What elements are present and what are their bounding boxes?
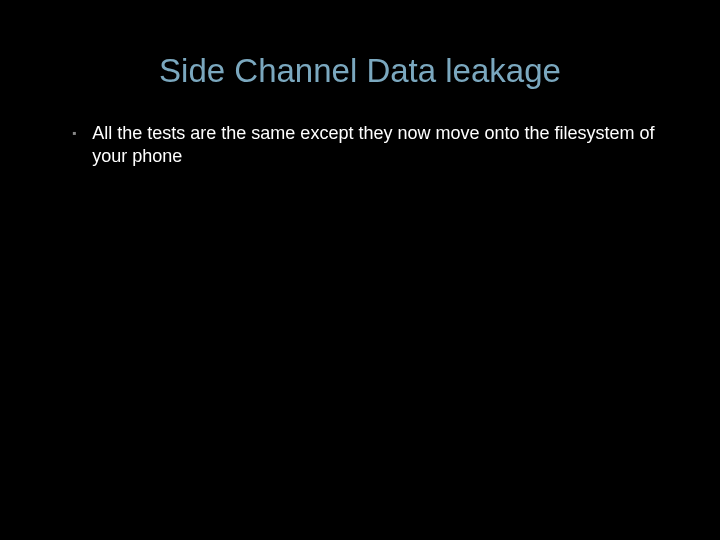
slide-content: ▪ All the tests are the same except they… <box>0 90 720 167</box>
slide: Side Channel Data leakage ▪ All the test… <box>0 0 720 540</box>
bullet-item: ▪ All the tests are the same except they… <box>72 122 660 167</box>
bullet-marker-icon: ▪ <box>72 122 76 141</box>
bullet-text: All the tests are the same except they n… <box>92 122 660 167</box>
slide-title: Side Channel Data leakage <box>0 0 720 90</box>
